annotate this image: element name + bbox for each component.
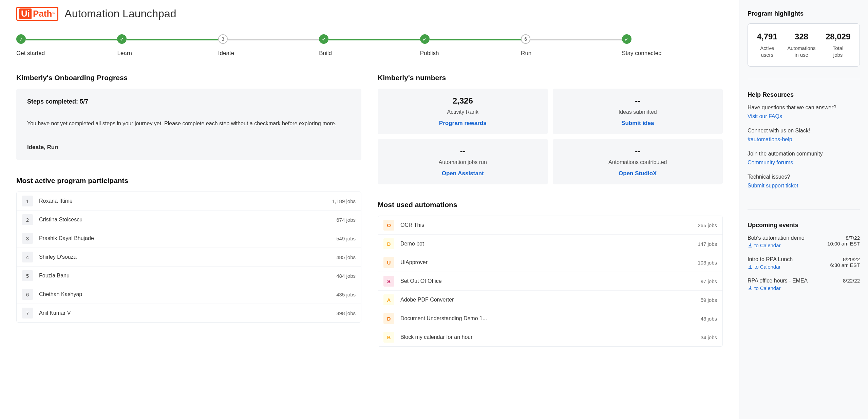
stat-value: -- xyxy=(557,96,719,106)
step-publish[interactable]: ✓Publish xyxy=(420,34,521,57)
automation-name: Document Understanding Demo 1... xyxy=(400,315,701,322)
automation-badge: O xyxy=(383,220,394,231)
participant-name: Fouzia Banu xyxy=(39,273,336,279)
rank-badge: 3 xyxy=(22,233,33,244)
participants-list: 1Roxana Iftime1,189 jobs2Cristina Stoice… xyxy=(16,192,361,323)
stat-link[interactable]: Submit idea xyxy=(557,120,719,127)
list-item[interactable]: 4Shirley D'souza485 jobs xyxy=(17,248,361,266)
list-item[interactable]: AAdobe PDF Converter59 jobs xyxy=(378,290,722,309)
help-link[interactable]: Submit support ticket xyxy=(748,183,798,189)
help-question: Have questions that we can answer? xyxy=(748,105,860,111)
check-icon: ✓ xyxy=(624,36,629,42)
stat-card: --Ideas submittedSubmit idea xyxy=(553,89,723,134)
download-icon xyxy=(748,286,753,291)
list-item[interactable]: 6Chethan Kashyap435 jobs xyxy=(17,285,361,304)
add-to-calendar-link[interactable]: to Calendar xyxy=(748,285,808,291)
automation-name: OCR This xyxy=(400,222,698,228)
step-get started[interactable]: ✓Get started xyxy=(16,34,117,57)
step-build[interactable]: ✓Build xyxy=(319,34,420,57)
onboarding-missing: Ideate, Run xyxy=(27,144,351,151)
help-link[interactable]: #automations-help xyxy=(748,136,792,143)
list-item[interactable]: DDemo bot147 jobs xyxy=(378,234,722,253)
stat-label: Ideas submitted xyxy=(557,109,719,115)
stat-label: Activity Rank xyxy=(382,109,544,115)
stat-link[interactable]: Open StudioX xyxy=(557,170,719,177)
rank-badge: 2 xyxy=(22,214,33,225)
stat-card: 2,326Activity RankProgram rewards xyxy=(378,89,548,134)
automation-badge: S xyxy=(383,276,394,287)
step-circle-complete: ✓ xyxy=(420,34,430,44)
help-question: Connect with us on Slack! xyxy=(748,128,860,134)
check-icon: ✓ xyxy=(120,36,124,42)
header: UiPath™ Automation Launchpad xyxy=(16,7,723,21)
stat-card: --Automations contributedOpen StudioX xyxy=(553,139,723,184)
list-item[interactable]: BBlock my calendar for an hour34 jobs xyxy=(378,328,722,346)
automation-badge: B xyxy=(383,332,394,343)
job-count: 265 jobs xyxy=(698,222,717,228)
help-link[interactable]: Community forums xyxy=(748,160,793,166)
uipath-logo: UiPath™ xyxy=(16,7,58,21)
step-label: Build xyxy=(319,50,420,57)
automation-name: Set Out Of Office xyxy=(400,278,701,284)
list-item[interactable]: 1Roxana Iftime1,189 jobs xyxy=(17,192,361,210)
stat-link[interactable]: Open Assistant xyxy=(382,170,544,177)
participant-name: Roxana Iftime xyxy=(39,198,332,204)
step-run[interactable]: 6Run xyxy=(521,34,622,57)
automation-name: Demo bot xyxy=(400,241,698,247)
highlight-label: Total jobs xyxy=(826,45,850,58)
onboarding-card: Steps completed: 5/7 You have not yet co… xyxy=(16,89,361,160)
list-item[interactable]: 3Prashik Dayal Bhujade549 jobs xyxy=(17,229,361,248)
step-learn[interactable]: ✓Learn xyxy=(117,34,218,57)
step-circle-complete: ✓ xyxy=(622,34,631,44)
list-item[interactable]: OOCR This265 jobs xyxy=(378,216,722,234)
list-item[interactable]: SSet Out Of Office97 jobs xyxy=(378,272,722,290)
list-item[interactable]: DDocument Understanding Demo 1...43 jobs xyxy=(378,309,722,328)
step-label: Learn xyxy=(117,50,218,57)
numbers-title: Kimberly's numbers xyxy=(378,74,723,82)
help-link[interactable]: Visit our FAQs xyxy=(748,113,782,120)
stat-label: Automation jobs run xyxy=(382,159,544,165)
step-circle-complete: ✓ xyxy=(16,34,26,44)
participant-name: Chethan Kashyap xyxy=(39,291,336,297)
event-name: RPA office hours - EMEA xyxy=(748,278,808,284)
stat-label: Automations contributed xyxy=(557,159,719,165)
step-circle-complete: ✓ xyxy=(117,34,127,44)
stat-link[interactable]: Program rewards xyxy=(382,120,544,127)
highlight-cell: 4,791Active users xyxy=(757,32,777,58)
rank-badge: 1 xyxy=(22,196,33,206)
check-icon: ✓ xyxy=(322,36,326,42)
list-item[interactable]: 7Anil Kumar V398 jobs xyxy=(17,304,361,322)
list-item[interactable]: UUiApprover103 jobs xyxy=(378,253,722,272)
stat-card: --Automation jobs runOpen Assistant xyxy=(378,139,548,184)
event-date: 8/20/22 xyxy=(830,256,860,262)
event-item: RPA office hours - EMEAto Calendar8/22/2… xyxy=(748,278,860,291)
add-to-calendar-link[interactable]: to Calendar xyxy=(748,264,793,270)
automation-badge: D xyxy=(383,238,394,249)
participant-name: Prashik Dayal Bhujade xyxy=(39,235,336,241)
job-count: 147 jobs xyxy=(698,241,717,247)
highlights-title: Program highlights xyxy=(748,10,860,17)
stat-value: -- xyxy=(382,146,544,156)
job-count: 43 jobs xyxy=(701,316,717,322)
stats-grid: 2,326Activity RankProgram rewards--Ideas… xyxy=(378,89,723,184)
app-title: Automation Launchpad xyxy=(64,7,176,20)
onboarding-title: Kimberly's Onboarding Progress xyxy=(16,74,361,82)
step-stay connected[interactable]: ✓Stay connected xyxy=(622,34,723,57)
list-item[interactable]: 5Fouzia Banu484 jobs xyxy=(17,266,361,285)
rank-badge: 4 xyxy=(22,252,33,262)
add-to-calendar-link[interactable]: to Calendar xyxy=(748,242,805,248)
help-question: Technical issues? xyxy=(748,174,860,180)
help-title: Help Resources xyxy=(748,91,860,98)
job-count: 484 jobs xyxy=(336,273,356,279)
job-count: 97 jobs xyxy=(701,278,717,284)
help-question: Join the automation community xyxy=(748,151,860,157)
participant-name: Anil Kumar V xyxy=(39,310,336,316)
list-item[interactable]: 2Cristina Stoicescu674 jobs xyxy=(17,210,361,229)
step-ideate[interactable]: 3Ideate xyxy=(218,34,319,57)
job-count: 59 jobs xyxy=(701,297,717,303)
step-label: Publish xyxy=(420,50,521,57)
job-count: 435 jobs xyxy=(336,292,356,297)
automations-list: OOCR This265 jobsDDemo bot147 jobsUUiApp… xyxy=(378,216,723,347)
events-title: Upcoming events xyxy=(748,222,860,229)
participant-name: Shirley D'souza xyxy=(39,254,336,260)
